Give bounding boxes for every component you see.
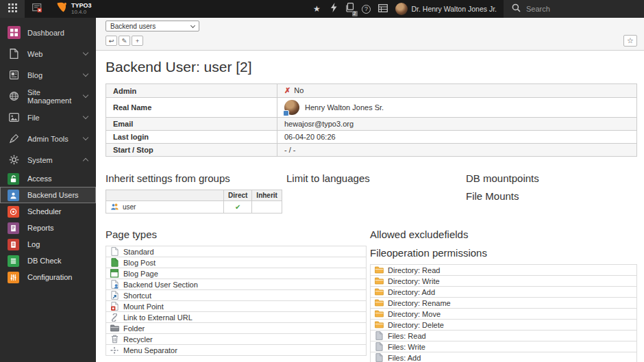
sidebar-item-dashboard[interactable]: Dashboard <box>0 22 96 43</box>
search-input[interactable] <box>526 5 615 13</box>
page-type-label: Recycler <box>123 335 153 344</box>
tools-icon <box>8 132 21 145</box>
languages-section: Limit to languages <box>286 172 466 214</box>
sidebar-item-label: Configuration <box>27 273 72 281</box>
add-bookmark-button[interactable]: ☆ <box>623 35 637 47</box>
sidebar-item-label: Admin Tools <box>27 135 84 143</box>
sidebar-item-configuration[interactable]: Configuration <box>0 269 96 285</box>
page-type-blog-page: Blog Page <box>106 268 366 279</box>
detail-value: 06-04-20 06:26 <box>277 131 637 144</box>
sliders-icon <box>8 272 27 283</box>
sidebar-item-file[interactable]: File <box>0 107 96 128</box>
report-icon <box>8 222 27 234</box>
sidebar-item-site-management[interactable]: Site Management <box>0 86 96 107</box>
page-type-label: Standard <box>123 248 154 256</box>
question-mark-icon: ? <box>362 5 371 14</box>
sidebar-item-db-check[interactable]: DB Check <box>0 253 96 269</box>
page-type-label: Shortcut <box>123 292 151 300</box>
folder-yellow-icon <box>374 288 384 296</box>
link-icon <box>110 313 119 322</box>
module-menu-toggle-button[interactable] <box>0 0 25 18</box>
bookmarks-button[interactable]: ★ <box>309 0 325 18</box>
fileoperations-list: Directory: ReadDirectory: WriteDirectory… <box>370 264 637 362</box>
page-type-backend-user-section: Backend User Section <box>106 279 366 290</box>
deny-x-icon: ✗ <box>284 86 290 94</box>
sidebar-item-system[interactable]: System <box>0 149 96 170</box>
groups-header-inherit: Inherit <box>252 190 282 201</box>
sidebar-item-admin-tools[interactable]: Admin Tools <box>0 128 96 149</box>
user-photo-avatar <box>284 100 299 115</box>
sidebar-item-blog[interactable]: Blog <box>0 64 96 86</box>
detail-row-email: Emailhewajosr@typo3.org <box>106 118 637 131</box>
sidebar-item-backend-users[interactable]: Backend Users <box>0 187 96 203</box>
grid-menu-icon <box>8 3 17 15</box>
topbar-search <box>504 0 644 18</box>
close-button[interactable]: ↩ <box>106 36 117 46</box>
new-icon: + <box>136 37 140 44</box>
groups-title: Inherit settings from groups <box>106 172 286 184</box>
db-mounts-title: DB mountpoints <box>466 172 637 184</box>
sidebar-item-log[interactable]: Log <box>0 236 96 253</box>
detail-value-text: - / - <box>284 146 296 154</box>
sidebar-item-label: System <box>27 156 84 164</box>
chevron-down-icon <box>83 71 88 77</box>
frame-toggle-button[interactable] <box>25 0 49 18</box>
real-name-value: Henry Walton Jones Sr. <box>284 100 630 115</box>
sidebar-item-scheduler[interactable]: Scheduler <box>0 203 96 220</box>
list-table-icon <box>378 3 388 15</box>
fileoperation-label: Directory: Delete <box>388 321 444 329</box>
docheader-buttons-row: ↩✎+ ☆ <box>106 35 637 47</box>
group-inherit-cell <box>252 201 282 214</box>
page-type-label: Backend User Section <box>123 281 198 289</box>
product-version: 10.4.0 <box>71 9 92 15</box>
detail-value: hewajosr@typo3.org <box>277 118 637 131</box>
globe-icon <box>8 90 21 103</box>
sidebar-item-label: Reports <box>27 224 54 232</box>
sidebar-item-reports[interactable]: Reports <box>0 220 96 236</box>
system-information-button[interactable] <box>375 0 391 18</box>
page-types-list: StandardBlog PostBlog PageBackend User S… <box>106 246 367 356</box>
edit-button[interactable]: ✎ <box>119 36 130 46</box>
fileoperation-files-add: Files: Add <box>371 352 636 362</box>
folder-yellow-icon <box>374 310 384 318</box>
groups-header-empty <box>106 190 224 201</box>
file-gray-icon <box>374 353 384 362</box>
groups-table: DirectInherit user✔ <box>106 190 282 214</box>
module-select[interactable]: Backend users <box>106 21 199 31</box>
page-type-label: Menu Separator <box>123 346 177 354</box>
file-mounts-title: File Mounts <box>466 190 637 202</box>
sidebar-item-label: Scheduler <box>27 207 62 216</box>
detail-value: Henry Walton Jones Sr. <box>277 98 637 118</box>
clear-cache-button[interactable] <box>325 0 342 18</box>
page-title: Backend User: user [2] <box>106 59 637 75</box>
fileoperation-files-read: Files: Read <box>371 331 636 341</box>
fileoperation-directory-write: Directory: Write <box>371 276 636 287</box>
folder-yellow-icon <box>374 266 384 274</box>
sidebar-item-web[interactable]: Web <box>0 43 96 64</box>
page-mount-icon <box>110 302 119 311</box>
lightning-bolt-icon <box>330 3 337 15</box>
page-green-icon <box>110 258 119 267</box>
detail-value: - / - <box>277 144 637 157</box>
fileoperation-label: Files: Add <box>388 354 421 362</box>
user-menu-button[interactable]: Dr. Henry Walton Jones Jr. <box>391 0 504 18</box>
page-type-label: Blog Post <box>123 259 156 267</box>
sections-row-2: Page types StandardBlog PostBlog PageBac… <box>106 229 637 362</box>
lock-icon <box>8 173 27 185</box>
bookmark-star-icon: ☆ <box>627 36 634 45</box>
new-button[interactable]: + <box>132 36 143 46</box>
typo3-logo-mark-icon <box>56 2 67 16</box>
help-button[interactable]: ? <box>358 0 375 18</box>
opened-documents-button[interactable]: 2 <box>342 0 358 18</box>
usergroup-icon <box>110 203 119 211</box>
page-type-link-to-external-url: Link to External URL <box>106 312 366 323</box>
main-area: Backend users ↩✎+ ☆ Backend User: user [… <box>96 18 644 362</box>
group-name-text: user <box>123 203 136 211</box>
file-gray-icon <box>374 331 384 340</box>
groups-table-head: DirectInherit <box>106 190 282 201</box>
sidebar-item-access[interactable]: Access <box>0 170 96 187</box>
page-type-menu-separator: Menu Separator <box>106 345 366 356</box>
sidebar-item-label: File <box>27 114 84 122</box>
fileoperation-directory-delete: Directory: Delete <box>371 320 636 331</box>
sidebar-item-label: Site Management <box>27 88 84 105</box>
